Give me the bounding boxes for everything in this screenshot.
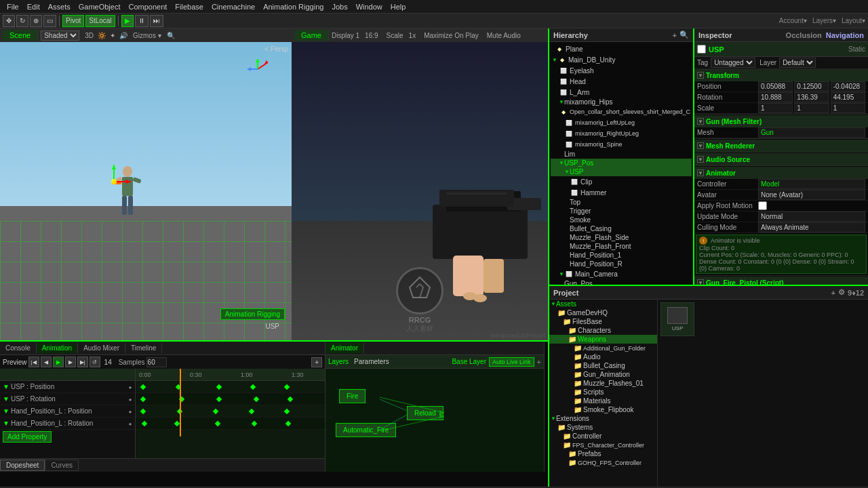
animator-insp-collapse[interactable]: ▼ — [697, 169, 704, 176]
apply-root-checkbox[interactable] — [758, 201, 767, 210]
tree-hammer[interactable]: Hammer — [551, 187, 692, 198]
kf-2-4[interactable] — [284, 408, 290, 413]
tree-hand-pos-1[interactable]: Hand_Position_1 — [551, 251, 692, 260]
mesh-filter-header[interactable]: ▼ Gun (Mesh Filter) — [694, 115, 868, 127]
tree-right-up-leg[interactable]: mixamorig_RightUpLeg — [551, 128, 692, 139]
mesh-value[interactable]: Gun — [758, 127, 865, 138]
tree-hand-pos-r[interactable]: Hand_Position_R — [551, 260, 692, 268]
menu-component[interactable]: Component — [124, 3, 171, 11]
navigation-btn[interactable]: Navigation — [826, 31, 864, 39]
anim-next-frame[interactable]: ▶ — [65, 357, 76, 367]
tree-lim[interactable]: Lim — [551, 150, 692, 159]
track-row-usp-rot[interactable]: ▼ USP : Rotation ⬥ — [0, 393, 135, 405]
tree-l-arm[interactable]: L_Arm — [551, 87, 692, 98]
tree-main-db[interactable]: ▼ Main_DB_Unity — [551, 54, 692, 65]
track-row-usp-pos[interactable]: ▼ USP : Position ⬥ — [0, 381, 135, 393]
kf-0-2[interactable] — [216, 384, 222, 389]
add-property-btn[interactable]: Add Property — [3, 431, 52, 443]
mesh-renderer-header[interactable]: ▼ Mesh Renderer — [694, 140, 868, 152]
gohq-folder[interactable]: 📁 GOHQ_FPS_Controller — [549, 458, 657, 467]
menu-assets[interactable]: Assets — [44, 3, 75, 11]
toolbar-transform-rotate[interactable]: ↻ — [16, 15, 28, 27]
game-content[interactable]: RRCG 人人素材 Weapons/USPAsset — [292, 42, 548, 340]
kf-2-0[interactable] — [140, 408, 146, 413]
menu-window[interactable]: Window — [352, 3, 387, 11]
menu-edit[interactable]: Edit — [23, 3, 44, 11]
step-button[interactable]: ⏭ — [150, 15, 163, 27]
kf-1-4[interactable] — [288, 396, 293, 401]
audio-source-collapse[interactable]: ▼ — [697, 156, 704, 163]
parameters-tab[interactable]: Parameters — [354, 358, 389, 365]
add-curve-btn[interactable]: + — [311, 357, 322, 367]
hierarchy-search[interactable]: 🔍 — [679, 30, 689, 39]
fps-controller-folder[interactable]: 📁 FPS_Character_Controller — [549, 441, 657, 449]
anim-prev-frame[interactable]: ◀ — [41, 357, 52, 367]
timeline-tab[interactable]: Timeline — [125, 343, 162, 353]
rotation-y[interactable]: 136.39 — [794, 92, 829, 102]
toolbar-local[interactable]: StLocal — [85, 15, 115, 27]
kf-3-3[interactable] — [252, 420, 257, 426]
toolbar-transform-scale[interactable]: ⊕ — [30, 15, 42, 27]
animator-insp-header[interactable]: ▼ Animator — [694, 167, 868, 179]
project-settings[interactable]: ⚙ — [838, 288, 845, 297]
tree-bullet-casing[interactable]: Bullet_Casing — [551, 224, 692, 233]
anim-loop[interactable]: ↺ — [90, 357, 100, 367]
dopesheet-btn[interactable]: Dopesheet — [0, 460, 45, 471]
kf-3-0[interactable] — [142, 420, 147, 426]
object-active-checkbox[interactable] — [697, 45, 706, 54]
game-scale[interactable]: Scale — [387, 32, 403, 39]
menu-file[interactable]: File — [3, 3, 23, 11]
tree-muzzle-front[interactable]: Muzzle_Flash_Front — [551, 242, 692, 251]
position-y[interactable]: 0.12500 — [794, 81, 829, 92]
project-add[interactable]: + — [831, 289, 835, 297]
track-btn-3[interactable]: ⬥ — [128, 420, 132, 427]
filesbase-folder[interactable]: 📁 FilesBase — [549, 317, 657, 326]
pause-button[interactable]: ⏸ — [135, 15, 149, 27]
tree-eyelash[interactable]: Eyelash — [551, 65, 692, 76]
game-tab[interactable]: Game — [294, 30, 329, 41]
layer-select[interactable]: Default — [779, 58, 816, 68]
occlusion-btn[interactable]: Occlusion — [786, 31, 822, 39]
tree-left-up-leg[interactable]: mixamorig_LeftUpLeg — [551, 117, 692, 128]
muzzle-flashes-folder[interactable]: 📁 Muzzle_Flashes_01 — [549, 379, 657, 388]
tree-gun-pos[interactable]: Gun_Pos — [551, 279, 692, 285]
tree-usp-pos[interactable]: ▼ USP_Pos — [551, 159, 692, 167]
tree-muzzle-side[interactable]: Muzzle_Flash_Side — [551, 233, 692, 242]
kf-3-4[interactable] — [285, 420, 291, 426]
tree-top[interactable]: Top — [551, 198, 692, 207]
update-mode-value[interactable]: Normal — [758, 211, 865, 222]
curves-btn[interactable]: Curves — [45, 460, 79, 471]
track-row-hand-rot[interactable]: ▼ Hand_Position_L : Rotation ⬥ — [0, 418, 135, 430]
audio-folder[interactable]: 📁 Audio — [549, 352, 657, 361]
track-btn-2[interactable]: ⬥ — [128, 407, 132, 415]
toolbar-transform-move[interactable]: ✥ — [3, 15, 15, 27]
tree-spine[interactable]: mixamorig_Spine — [551, 139, 692, 150]
animator-panel-tab[interactable]: Animator — [326, 343, 364, 353]
scale-z[interactable]: 1 — [831, 103, 865, 113]
tree-smoke[interactable]: Smoke — [551, 216, 692, 224]
game-display[interactable]: Display 1 — [332, 32, 359, 39]
mesh-renderer-collapse[interactable]: ▼ — [697, 142, 704, 149]
rotation-z[interactable]: 44.195 — [831, 92, 865, 102]
kf-3-2[interactable] — [215, 420, 220, 426]
smoke-folder[interactable]: 📁 Smoke_Flipbook — [549, 405, 657, 414]
controller-folder[interactable]: 📁 Controller — [549, 432, 657, 441]
anim-prev-keyframe[interactable]: |◀ — [28, 357, 39, 367]
game-aspect[interactable]: 16:9 — [365, 32, 378, 39]
kf-1-0[interactable] — [140, 396, 146, 401]
assets-root[interactable]: ▼ Assets — [549, 300, 657, 308]
tree-shirt[interactable]: Open_collar_short_sleeves_shirt_Merged_C — [551, 106, 692, 117]
animation-rigging-btn[interactable]: Animation Rigging — [220, 308, 285, 320]
toolbar-transform-rect[interactable]: ▭ — [43, 15, 56, 27]
gizmos-btn[interactable]: Gizmos ▾ — [133, 32, 161, 39]
kf-2-2[interactable] — [213, 408, 218, 413]
mute-audio[interactable]: Mute Audio — [487, 32, 521, 39]
asset-item-1[interactable]: USP — [660, 302, 694, 336]
characters-folder[interactable]: 📁 Characters — [549, 326, 657, 335]
scene-lighting[interactable]: 🔆 — [98, 32, 106, 39]
animator-state-machine[interactable]: Fire Automatic_Fire Reload — [326, 369, 544, 472]
layers-tab[interactable]: Layers — [328, 358, 349, 365]
tree-head[interactable]: Head — [551, 76, 692, 87]
gun-fire-header[interactable]: ▼ Gun_Fire_Pistol (Script) — [694, 277, 868, 285]
hierarchy-add[interactable]: + — [673, 31, 677, 39]
